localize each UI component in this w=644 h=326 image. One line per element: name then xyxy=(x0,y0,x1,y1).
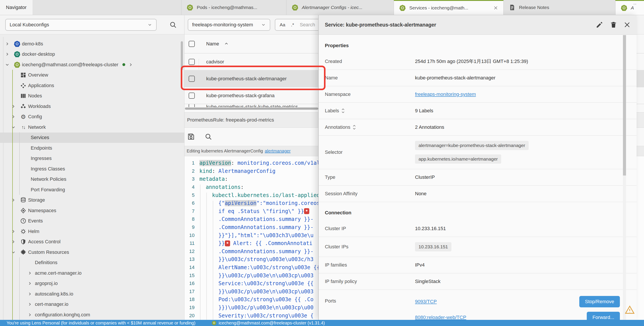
sidebar-item-demo-k8s[interactable]: demo-k8s xyxy=(0,38,184,49)
sidebar-item-cert-manager-io[interactable]: cert-manager.io xyxy=(0,299,184,310)
detail-label: Ports xyxy=(325,298,415,304)
sidebar-item-configuration-konghq-com[interactable]: configuration.konghq.com xyxy=(0,310,184,320)
tab-release-notes[interactable]: Release Notes xyxy=(504,0,615,15)
sidebar-item-access-control[interactable]: Access Control xyxy=(0,237,184,247)
close-icon[interactable] xyxy=(624,22,630,28)
detail-row-type: TypeClusterIP xyxy=(319,169,636,186)
line-number: 5 xyxy=(184,192,194,198)
sidebar-item-helm[interactable]: Helm xyxy=(0,226,184,237)
tab-services-icecheng-math-[interactable]: Services - icecheng@math... xyxy=(394,0,504,15)
table-horizontal-scrollbar[interactable] xyxy=(185,108,318,110)
line-number: 6 xyxy=(184,200,194,206)
tab-overflow[interactable]: A xyxy=(615,0,644,15)
sidebar-item-ingress-classes[interactable]: Ingress Classes xyxy=(0,164,184,174)
chevron-right-icon[interactable] xyxy=(5,42,12,46)
code-token: : xyxy=(225,176,228,182)
sidebar-item-autoscaling-k8s-io[interactable]: autoscaling.k8s.io xyxy=(0,289,184,299)
sidebar-item-custom-resources[interactable]: Custom Resources xyxy=(0,247,184,258)
regex-toggle[interactable]: .* xyxy=(291,22,294,28)
chevron-right-icon[interactable] xyxy=(28,271,35,276)
row-checkbox[interactable] xyxy=(189,76,195,82)
delete-trash-icon[interactable] xyxy=(610,21,617,28)
sidebar-item-overview[interactable]: Overview xyxy=(0,70,184,80)
chevron-down-icon[interactable] xyxy=(5,62,12,67)
select-all-checkbox[interactable] xyxy=(189,41,195,47)
tab-pods-icecheng-mathmas-[interactable]: Pods - icecheng@mathmas... xyxy=(181,0,286,15)
chevron-right-icon[interactable] xyxy=(28,302,35,307)
chevron-right-icon[interactable] xyxy=(128,62,133,67)
detail-row-created: Created254d 17h 50m ago (2025年1月13日 GMT+… xyxy=(319,53,636,70)
editor-search-icon[interactable] xyxy=(205,133,212,140)
code-token: }}\u003c/p\u003e\n\u003cp\u003 xyxy=(200,272,314,278)
detail-row-annotations: Annotations2 Annotations xyxy=(319,119,636,136)
sort-ascending-icon[interactable] xyxy=(224,42,229,46)
chevron-right-icon[interactable] xyxy=(28,281,35,286)
chevron-right-icon[interactable] xyxy=(28,312,35,317)
sidebar-item-label: argoproj.io xyxy=(35,280,58,286)
sidebar-item-acme-cert-manager-io[interactable]: acme.cert-manager.io xyxy=(0,268,184,278)
line-number: 2 xyxy=(184,168,194,174)
sidebar-item-applications[interactable]: Applications xyxy=(0,80,184,91)
sidebar-item-workloads[interactable]: Workloads xyxy=(0,101,184,112)
custom-resources-indent-guide xyxy=(19,257,20,320)
sidebar-item-label: Port Forwarding xyxy=(31,187,65,192)
detail-label: IP family policy xyxy=(325,278,415,284)
expand-collapse-icon[interactable] xyxy=(352,124,356,130)
sidebar-item-label: Custom Resources xyxy=(28,250,69,255)
custom-icon xyxy=(18,249,28,255)
details-scrollbar-thumb[interactable] xyxy=(623,35,626,176)
code-token: }}"}],"html":"\u003ch3\u003e\u xyxy=(200,232,314,238)
save-icon[interactable] xyxy=(187,133,195,140)
line-number: 8 xyxy=(184,216,194,222)
sidebar-item-ingresses[interactable]: Ingresses xyxy=(0,153,184,164)
sidebar-item-services[interactable]: Services xyxy=(0,132,184,143)
chevron-right-icon[interactable] xyxy=(5,52,12,56)
sidebar-item-endpoints[interactable]: Endpoints xyxy=(0,143,184,153)
sidebar-item-label: configuration.konghq.com xyxy=(35,312,90,318)
expand-collapse-icon[interactable] xyxy=(341,108,345,114)
sidebar-item-argoproj-io[interactable]: argoproj.io xyxy=(0,278,184,289)
alertmanagerconfig-link[interactable]: alertmanager xyxy=(265,148,291,154)
sidebar-item-storage[interactable]: Storage xyxy=(0,195,184,206)
network-indent-guide xyxy=(19,132,20,195)
tab-alertmanager-configs-ice[interactable]: Alertmanager Configs - icec... xyxy=(286,0,394,15)
sidebar-item-label: docker-desktop xyxy=(22,51,55,57)
row-checkbox[interactable] xyxy=(189,92,195,99)
close-tab-icon[interactable] xyxy=(493,6,498,10)
sidebar-item-docker-desktop[interactable]: docker-desktop xyxy=(0,49,184,60)
sidebar-item-nodes[interactable]: Nodes xyxy=(0,91,184,101)
sidebar-item-network[interactable]: ↑↓Network xyxy=(0,122,184,132)
search-icon[interactable] xyxy=(169,21,177,28)
tab-label: Alertmanager Configs - icec... xyxy=(302,5,362,10)
port-link[interactable]: 8080:reloader-web/TCP xyxy=(415,314,466,320)
kubeconfig-selector[interactable]: Local Kubeconfigs xyxy=(5,19,156,31)
code-token: .CommonAnnotations.summary }}- xyxy=(200,248,314,254)
sidebar-item-definitions[interactable]: Definitions xyxy=(0,258,184,268)
chevron-right-icon[interactable] xyxy=(28,292,35,296)
active-cluster-status[interactable]: icecheng@mathmast.com@freeleaps-cluster … xyxy=(212,320,325,326)
edit-pencil-icon[interactable] xyxy=(596,21,603,28)
row-checkbox[interactable] xyxy=(189,104,195,107)
sidebar-item-label: demo-k8s xyxy=(22,41,43,47)
forward--button[interactable]: Forward... xyxy=(587,312,620,320)
sidebar-item-network-policies[interactable]: Network Policies xyxy=(0,174,184,185)
stop-remove-button[interactable]: Stop/Remove xyxy=(579,296,620,307)
detail-label: Cluster IP xyxy=(325,226,415,232)
sidebar-scrollbar[interactable] xyxy=(181,41,183,70)
namespace-selector[interactable]: freeleaps-monitoring-system xyxy=(188,19,270,31)
sidebar-item-config[interactable]: ⚙Config xyxy=(0,112,184,122)
kubernetes-icon xyxy=(187,4,193,11)
namespace-link[interactable]: freeleaps-monitoring-system xyxy=(415,92,476,97)
code-token: Severity:\u003c/strong\u003e { xyxy=(200,312,314,319)
sidebar-item-icecheng-mathmast-com-freeleaps-cluster[interactable]: icecheng@mathmast.com@freeleaps-cluster xyxy=(0,60,184,70)
port-link[interactable]: 9093/TCP xyxy=(415,299,437,304)
match-case-toggle[interactable]: Aa xyxy=(280,22,285,28)
detail-value: None xyxy=(415,191,427,196)
sidebar-item-port-forwarding[interactable]: Port Forwarding xyxy=(0,184,184,195)
code-token xyxy=(200,192,212,198)
row-checkbox[interactable] xyxy=(189,59,195,65)
sidebar-item-events[interactable]: Events xyxy=(0,216,184,226)
name-column-header[interactable]: Name xyxy=(206,41,219,47)
line-number: 9 xyxy=(184,224,194,230)
sidebar-item-namespaces[interactable]: Namespaces xyxy=(0,205,184,216)
